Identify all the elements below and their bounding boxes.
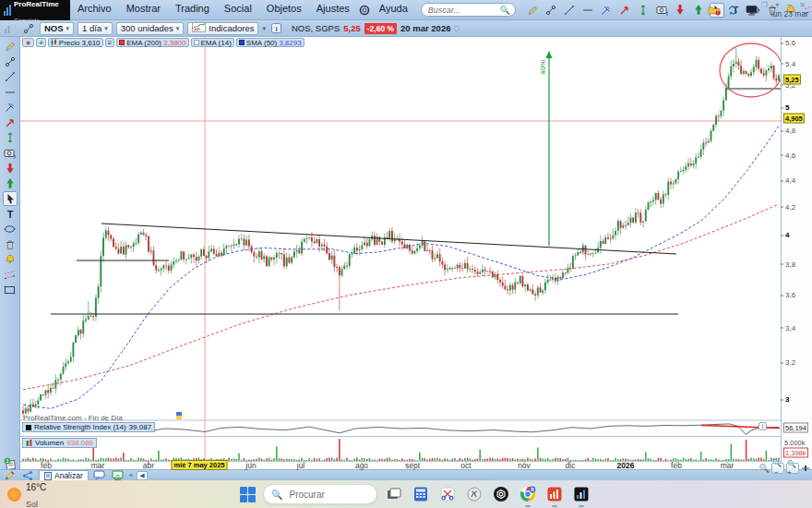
app-search-input[interactable] xyxy=(426,5,500,16)
svg-text:F: F xyxy=(666,10,668,16)
tool-hline-icon-left[interactable] xyxy=(3,85,18,100)
help-lifebuoy-icon[interactable] xyxy=(357,3,372,18)
app-search[interactable]: 🔍 xyxy=(421,3,516,17)
workspace-tools: ! xyxy=(707,3,758,18)
price-axis[interactable]: 5,25 4,905 56,194 5.000k 1,398k 5,65,45,… xyxy=(781,37,812,469)
tool-arrow-updown-icon-left[interactable] xyxy=(3,130,18,145)
app-prorealtime-icon[interactable] xyxy=(571,484,591,504)
legend-ema200-value: 3,3800 xyxy=(163,39,185,47)
volume-label-chip[interactable]: Volumen 938.086 xyxy=(22,438,97,448)
alert-price-badge: 4,905 xyxy=(783,113,805,123)
tool-arrow-ne-icon-left[interactable] xyxy=(3,115,18,130)
legend-price[interactable]: Precio 3,610 xyxy=(48,38,103,47)
svg-text:R: R xyxy=(531,487,534,492)
legend-ema200[interactable]: EMA (200) 3,3800 xyxy=(116,38,188,47)
tool-pitchfork-icon-left[interactable] xyxy=(3,100,18,115)
menu-archivo[interactable]: Archivo xyxy=(70,3,119,18)
tool-channel-icon-left[interactable] xyxy=(3,268,18,283)
add-indicator-icon[interactable]: + xyxy=(36,38,46,47)
month-label-ago: ago xyxy=(355,461,368,470)
tool-pitchfork-icon[interactable] xyxy=(599,3,614,18)
tool-snapshot-icon-left[interactable]: F xyxy=(3,146,18,161)
monitor-icon[interactable] xyxy=(744,3,758,18)
rsi-value: 39,087 xyxy=(129,423,151,431)
volume-value: 938.086 xyxy=(66,439,93,447)
menu-ayuda[interactable]: Ayuda xyxy=(372,3,415,18)
menu-ajustes[interactable]: Ajustes xyxy=(309,3,357,18)
tool-hline-icon[interactable] xyxy=(580,3,595,18)
panel-info-icon[interactable]: i xyxy=(758,422,767,430)
tool-link-icon-left[interactable] xyxy=(3,54,18,69)
rsi-label-chip[interactable]: Relative Strength Index (14) 39,087 xyxy=(22,422,155,432)
workspace-folder-icon[interactable]: ! xyxy=(707,3,722,18)
legend-ema14[interactable]: EMA (14) xyxy=(191,38,234,47)
legend-sma50-label: SMA (50) xyxy=(246,39,277,47)
indicators-button[interactable]: Indicadores xyxy=(187,22,258,35)
timeframe-label: 1 día xyxy=(82,23,102,33)
zoom-out-button[interactable]: 🔍－ xyxy=(771,463,784,474)
units-dropdown[interactable]: 300 unidades▾ xyxy=(116,22,185,35)
tool-rect-icon-left[interactable] xyxy=(3,283,18,297)
menu-social[interactable]: Social xyxy=(217,3,259,18)
app-chatgpt-icon[interactable] xyxy=(491,484,511,504)
candle-glyph-icon xyxy=(51,39,57,46)
legend-list-icon[interactable]: ≡ xyxy=(105,38,115,47)
tool-arrow-ne-icon[interactable] xyxy=(617,3,632,18)
indicators-caret[interactable]: ▾ xyxy=(262,25,266,32)
menu-trading[interactable]: Trading xyxy=(168,3,217,18)
legend-sma50[interactable]: SMA (50) 3,8293 xyxy=(236,38,304,47)
timeframe-dropdown[interactable]: 1 día▾ xyxy=(78,22,113,35)
options-dot-icon[interactable] xyxy=(454,26,460,31)
tool-pencil-icon-left[interactable] xyxy=(3,39,18,54)
tool-trash-icon-left[interactable] xyxy=(3,237,18,252)
window-controls[interactable]: ❐ ▾ ─ ✕ lun 23 mar xyxy=(761,1,808,18)
weather-desc: Sol xyxy=(26,500,38,508)
scroll-left-icon[interactable]: ◀ xyxy=(137,471,147,480)
tool-arrow-updown-icon[interactable] xyxy=(636,3,651,18)
tool-arrow-down-icon-left[interactable] xyxy=(3,161,18,175)
taskbar-search-icon: 🔍 xyxy=(271,490,282,500)
sync-icon[interactable] xyxy=(725,3,740,18)
tool-arrow-down-icon[interactable] xyxy=(673,3,687,18)
tool-arrow-up-icon[interactable] xyxy=(691,3,706,18)
price-chart[interactable]: 40% xyxy=(20,37,781,469)
tool-ellipse-icon-left[interactable] xyxy=(3,222,18,236)
menu-mostrar[interactable]: Mostrar xyxy=(119,3,168,18)
month-label-dic: dic xyxy=(566,461,576,470)
tool-snapshot-icon[interactable]: F xyxy=(654,3,669,18)
window-control-glyphs[interactable]: ❐ ▾ ─ ✕ xyxy=(761,1,808,9)
collapse-icons[interactable]: « xyxy=(129,471,133,479)
app-chrome-icon[interactable]: R xyxy=(518,484,538,504)
chart-area[interactable]: 40% ★ + Precio 3,610 ≡ EMA (200) 3,3800 … xyxy=(20,37,781,469)
tool-bell-icon-left[interactable] xyxy=(3,252,18,267)
zoom-reset-icon[interactable]: 🔍 xyxy=(759,464,770,473)
app-utility-icon[interactable] xyxy=(464,484,484,504)
zoom-in-button[interactable]: 🔍+ xyxy=(786,463,799,474)
taskbar-search-input[interactable] xyxy=(287,489,365,501)
favorite-star-icon[interactable]: ★ xyxy=(22,38,34,47)
app-task-view-icon[interactable] xyxy=(384,484,404,504)
tool-arrow-up-icon-left[interactable] xyxy=(3,176,18,191)
tool-link-icon[interactable] xyxy=(543,3,558,18)
cursor-date-badge: mié 7 may 2025 xyxy=(171,460,227,470)
info-icon[interactable]: i xyxy=(269,21,284,36)
price-tick-4,4: 4,4 xyxy=(785,176,795,185)
link-window-icon[interactable] xyxy=(21,21,36,36)
tool-text-icon-left[interactable]: T xyxy=(3,207,18,222)
app-trading-app-icon[interactable] xyxy=(544,484,565,504)
tool-segment-icon-left[interactable] xyxy=(3,69,18,84)
taskbar-search[interactable]: 🔍 xyxy=(263,484,377,504)
tool-segment-icon[interactable] xyxy=(562,3,577,18)
quote-date: 20 mar 2026 xyxy=(400,23,450,33)
app-calculator-icon[interactable] xyxy=(411,484,431,504)
month-label-abr: abr xyxy=(143,461,154,470)
tool-cursor-icon-left[interactable] xyxy=(3,191,18,206)
instrument-dropdown[interactable]: NOS▾ xyxy=(40,22,74,35)
app-snipping-icon[interactable] xyxy=(437,484,458,504)
start-button[interactable] xyxy=(238,485,257,503)
weather-widget[interactable]: 16°C Sol xyxy=(7,478,118,508)
svg-text:F: F xyxy=(14,153,16,159)
zoom-slider-icon[interactable] xyxy=(801,464,810,473)
menu-objetos[interactable]: Objetos xyxy=(259,3,309,18)
tool-pencil-icon[interactable] xyxy=(525,3,540,18)
